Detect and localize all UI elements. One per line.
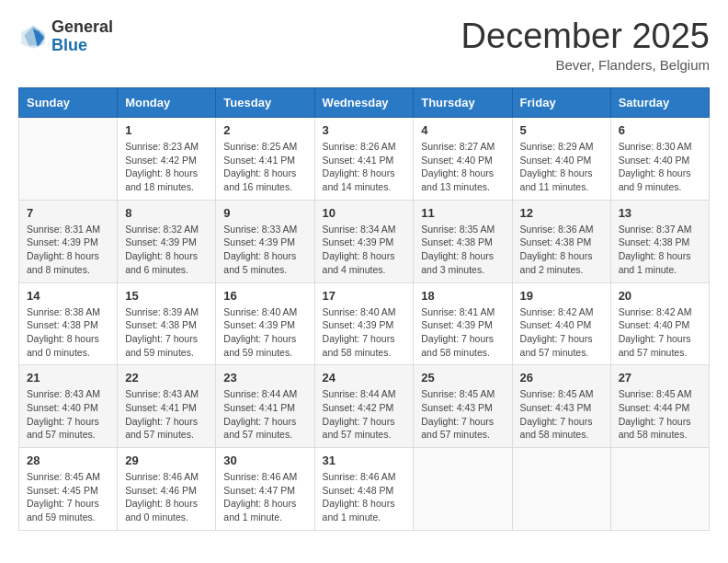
calendar-cell: 25Sunrise: 8:45 AM Sunset: 4:43 PM Dayli…	[414, 365, 512, 448]
day-number: 5	[520, 123, 603, 137]
day-number: 28	[27, 454, 109, 467]
month-title: December 2025	[461, 18, 710, 53]
day-detail: Sunrise: 8:29 AM Sunset: 4:40 PM Dayligh…	[520, 140, 603, 194]
calendar-cell: 21Sunrise: 8:43 AM Sunset: 4:40 PM Dayli…	[19, 365, 118, 448]
day-detail: Sunrise: 8:30 AM Sunset: 4:40 PM Dayligh…	[619, 140, 701, 194]
day-number: 19	[520, 289, 603, 303]
day-detail: Sunrise: 8:37 AM Sunset: 4:38 PM Dayligh…	[619, 223, 701, 277]
day-number: 30	[223, 454, 306, 467]
day-number: 15	[125, 289, 208, 303]
day-number: 20	[619, 289, 701, 303]
title-section: December 2025 Bever, Flanders, Belgium	[461, 18, 710, 73]
day-number: 24	[323, 371, 406, 385]
day-detail: Sunrise: 8:45 AM Sunset: 4:43 PM Dayligh…	[520, 387, 603, 442]
calendar-header-row: SundayMondayTuesdayWednesdayThursdayFrid…	[19, 88, 710, 118]
day-detail: Sunrise: 8:42 AM Sunset: 4:40 PM Dayligh…	[619, 305, 701, 360]
calendar-week-4: 21Sunrise: 8:43 AM Sunset: 4:40 PM Dayli…	[19, 365, 710, 448]
calendar-week-1: 1Sunrise: 8:23 AM Sunset: 4:42 PM Daylig…	[19, 118, 710, 201]
calendar-cell: 4Sunrise: 8:27 AM Sunset: 4:40 PM Daylig…	[414, 118, 512, 201]
calendar-cell: 14Sunrise: 8:38 AM Sunset: 4:38 PM Dayli…	[19, 282, 118, 365]
calendar-cell: 19Sunrise: 8:42 AM Sunset: 4:40 PM Dayli…	[512, 282, 610, 365]
day-detail: Sunrise: 8:38 AM Sunset: 4:38 PM Dayligh…	[27, 305, 109, 360]
calendar-cell: 27Sunrise: 8:45 AM Sunset: 4:44 PM Dayli…	[610, 365, 709, 448]
day-header-friday: Friday	[512, 88, 610, 118]
day-detail: Sunrise: 8:25 AM Sunset: 4:41 PM Dayligh…	[223, 140, 306, 194]
calendar-cell: 26Sunrise: 8:45 AM Sunset: 4:43 PM Dayli…	[512, 365, 610, 448]
calendar-table: SundayMondayTuesdayWednesdayThursdayFrid…	[18, 87, 710, 531]
day-header-tuesday: Tuesday	[216, 88, 314, 118]
calendar-cell: 18Sunrise: 8:41 AM Sunset: 4:39 PM Dayli…	[414, 282, 512, 365]
calendar-cell: 24Sunrise: 8:44 AM Sunset: 4:42 PM Dayli…	[314, 365, 414, 448]
calendar-week-5: 28Sunrise: 8:45 AM Sunset: 4:45 PM Dayli…	[19, 448, 710, 531]
day-header-wednesday: Wednesday	[314, 88, 414, 118]
day-detail: Sunrise: 8:46 AM Sunset: 4:47 PM Dayligh…	[223, 470, 306, 524]
location: Bever, Flanders, Belgium	[461, 57, 710, 73]
day-header-saturday: Saturday	[610, 88, 709, 118]
calendar-cell: 1Sunrise: 8:23 AM Sunset: 4:42 PM Daylig…	[118, 118, 216, 201]
calendar-cell: 12Sunrise: 8:36 AM Sunset: 4:38 PM Dayli…	[512, 200, 610, 282]
day-detail: Sunrise: 8:44 AM Sunset: 4:41 PM Dayligh…	[223, 387, 306, 442]
day-number: 29	[125, 454, 208, 467]
calendar-cell	[19, 118, 118, 201]
day-detail: Sunrise: 8:45 AM Sunset: 4:45 PM Dayligh…	[27, 470, 109, 524]
day-number: 23	[223, 371, 306, 385]
calendar-cell: 23Sunrise: 8:44 AM Sunset: 4:41 PM Dayli…	[216, 365, 314, 448]
calendar-cell: 3Sunrise: 8:26 AM Sunset: 4:41 PM Daylig…	[314, 118, 414, 201]
day-number: 3	[323, 123, 406, 137]
day-detail: Sunrise: 8:23 AM Sunset: 4:42 PM Dayligh…	[125, 140, 208, 194]
calendar-cell: 5Sunrise: 8:29 AM Sunset: 4:40 PM Daylig…	[512, 118, 610, 201]
day-number: 4	[421, 123, 504, 137]
calendar-week-3: 14Sunrise: 8:38 AM Sunset: 4:38 PM Dayli…	[19, 282, 710, 365]
day-detail: Sunrise: 8:32 AM Sunset: 4:39 PM Dayligh…	[125, 223, 208, 277]
calendar-cell: 7Sunrise: 8:31 AM Sunset: 4:39 PM Daylig…	[19, 200, 118, 282]
calendar-cell: 20Sunrise: 8:42 AM Sunset: 4:40 PM Dayli…	[610, 282, 709, 365]
logo-blue-text: Blue	[51, 37, 113, 55]
day-number: 16	[223, 289, 306, 303]
calendar-cell: 13Sunrise: 8:37 AM Sunset: 4:38 PM Dayli…	[610, 200, 709, 282]
day-number: 2	[223, 123, 306, 137]
day-number: 1	[125, 123, 208, 137]
page-header: General Blue December 2025 Bever, Flande…	[18, 18, 710, 73]
logo-icon	[18, 22, 48, 52]
calendar-week-2: 7Sunrise: 8:31 AM Sunset: 4:39 PM Daylig…	[19, 200, 710, 282]
day-detail: Sunrise: 8:43 AM Sunset: 4:40 PM Dayligh…	[27, 387, 109, 442]
calendar-cell	[512, 448, 610, 531]
calendar-cell: 17Sunrise: 8:40 AM Sunset: 4:39 PM Dayli…	[314, 282, 414, 365]
day-detail: Sunrise: 8:26 AM Sunset: 4:41 PM Dayligh…	[323, 140, 406, 194]
day-number: 11	[421, 206, 504, 220]
calendar-cell: 2Sunrise: 8:25 AM Sunset: 4:41 PM Daylig…	[216, 118, 314, 201]
calendar-cell: 8Sunrise: 8:32 AM Sunset: 4:39 PM Daylig…	[118, 200, 216, 282]
day-number: 27	[619, 371, 701, 385]
calendar-cell: 11Sunrise: 8:35 AM Sunset: 4:38 PM Dayli…	[414, 200, 512, 282]
day-number: 26	[520, 371, 603, 385]
calendar-cell: 28Sunrise: 8:45 AM Sunset: 4:45 PM Dayli…	[19, 448, 118, 531]
day-detail: Sunrise: 8:31 AM Sunset: 4:39 PM Dayligh…	[27, 223, 109, 277]
calendar-cell: 9Sunrise: 8:33 AM Sunset: 4:39 PM Daylig…	[216, 200, 314, 282]
logo-text: General Blue	[51, 18, 113, 55]
calendar-cell: 6Sunrise: 8:30 AM Sunset: 4:40 PM Daylig…	[610, 118, 709, 201]
day-number: 13	[619, 206, 701, 220]
day-detail: Sunrise: 8:33 AM Sunset: 4:39 PM Dayligh…	[223, 223, 306, 277]
day-detail: Sunrise: 8:43 AM Sunset: 4:41 PM Dayligh…	[125, 387, 208, 442]
logo-general-text: General	[51, 18, 113, 37]
day-detail: Sunrise: 8:42 AM Sunset: 4:40 PM Dayligh…	[520, 305, 603, 360]
day-detail: Sunrise: 8:45 AM Sunset: 4:43 PM Dayligh…	[421, 387, 504, 442]
day-detail: Sunrise: 8:35 AM Sunset: 4:38 PM Dayligh…	[421, 223, 504, 277]
calendar-cell	[610, 448, 709, 531]
calendar-cell: 31Sunrise: 8:46 AM Sunset: 4:48 PM Dayli…	[314, 448, 414, 531]
day-number: 7	[27, 206, 109, 220]
day-number: 9	[223, 206, 306, 220]
day-number: 6	[619, 123, 701, 137]
day-number: 22	[125, 371, 208, 385]
day-detail: Sunrise: 8:36 AM Sunset: 4:38 PM Dayligh…	[520, 223, 603, 277]
day-number: 12	[520, 206, 603, 220]
calendar-cell: 30Sunrise: 8:46 AM Sunset: 4:47 PM Dayli…	[216, 448, 314, 531]
day-detail: Sunrise: 8:44 AM Sunset: 4:42 PM Dayligh…	[323, 387, 406, 442]
logo: General Blue	[18, 18, 113, 55]
day-detail: Sunrise: 8:41 AM Sunset: 4:39 PM Dayligh…	[421, 305, 504, 360]
day-number: 18	[421, 289, 504, 303]
calendar-cell: 10Sunrise: 8:34 AM Sunset: 4:39 PM Dayli…	[314, 200, 414, 282]
day-detail: Sunrise: 8:39 AM Sunset: 4:38 PM Dayligh…	[125, 305, 208, 360]
day-number: 8	[125, 206, 208, 220]
day-detail: Sunrise: 8:46 AM Sunset: 4:48 PM Dayligh…	[323, 470, 406, 524]
